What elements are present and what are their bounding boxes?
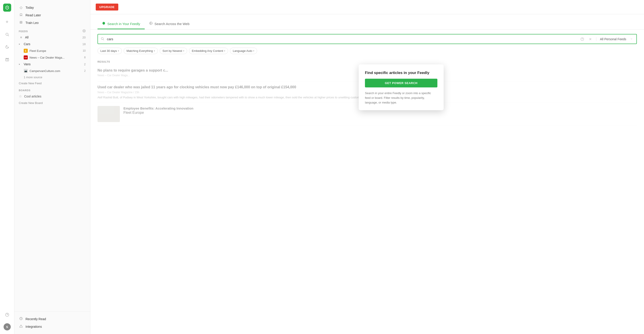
main-content: UPGRADE Search in Your Feedly Search Acr… [90,0,644,334]
sidebar-item-today-label: Today [26,6,34,10]
filter-sort-chevron: ▾ [183,50,184,52]
sidebar-item-vans[interactable]: ▾ Vans 2 [14,61,90,68]
sidebar-item-fleet-europe[interactable]: E Fleet Europe 10 [14,48,90,54]
help-icon[interactable] [3,311,11,319]
svg-point-12 [101,37,103,39]
tab-search-across-web-label: Search Across the Web [154,22,190,26]
sidebar-item-news-car-dealer[interactable]: CD News – Car Dealer Maga... 8 [14,54,90,61]
all-feeds-icon: ≡ [19,36,23,39]
fleet-europe-label: Fleet Europe [30,49,81,52]
svg-line-13 [103,39,104,40]
feeds-dropdown-label: All Personal Feeds [600,37,626,41]
news-car-dealer-favicon: CD [24,56,28,60]
news-car-dealer-count: 8 [84,56,86,59]
feeds-label: FEEDS [19,30,28,33]
app-logo[interactable] [3,4,11,12]
cool-articles-label: Cool articles [24,94,41,98]
power-search-popup: Find specific articles in your Feedly GE… [359,64,444,110]
filter-date-label: Last 30 days [100,49,117,52]
sidebar-item-integrations[interactable]: Integrations [14,323,90,330]
filter-sort[interactable]: Sort by Newest ▾ [160,48,187,54]
feeds-dropdown[interactable]: All Personal Feeds [596,37,636,41]
cars-collapse-arrow: ▾ [19,43,22,46]
campervan-label: CampervanCulture.com [30,69,82,73]
sidebar-item-read-later[interactable]: Read Later [14,12,90,19]
user-avatar[interactable]: S [4,323,11,330]
svg-point-0 [6,33,8,36]
filter-language-chevron: ▾ [253,50,254,52]
recently-read-label: Recently Read [26,317,46,321]
gift-icon[interactable] [3,56,11,64]
vans-collapse-arrow: ▾ [19,63,22,66]
get-power-search-button[interactable]: GET POWER SEARCH [365,79,438,88]
more-sources[interactable]: 1 more source [14,74,90,80]
tab-search-across-web[interactable]: Search Across the Web [145,19,194,29]
sidebar-item-all[interactable]: ≡ All 20 [14,34,90,41]
integrations-icon [19,324,23,329]
left-sidebar: ◇ Today Read Later Train Leo FEEDS ≡ All… [14,0,90,334]
svg-line-1 [8,35,9,36]
svg-point-10 [84,30,84,31]
filter-language[interactable]: Language Auto ▾ [230,48,257,54]
today-icon: ◇ [19,5,23,10]
cars-feed-count: 18 [82,42,86,46]
popup-description: Search in your entire Feedly or zoom int… [365,91,438,105]
sidebar-item-cool-articles[interactable]: ☆ Cool articles [14,92,90,100]
search-nav-icon[interactable] [3,30,11,38]
boards-section-header: BOARDS [14,86,90,92]
cars-feed-label: Cars [24,42,81,46]
upgrade-button[interactable]: UPGRADE [96,4,118,10]
search-help-icon[interactable] [579,36,586,42]
create-new-feed[interactable]: Create New Feed [14,80,90,86]
article-2-source: News – Car Dealer Magazine [98,91,132,94]
search-clear-icon[interactable] [587,36,594,42]
article-2-time: / 15h [133,91,139,94]
boards-label: BOARDS [19,89,30,92]
news-car-dealer-label: News – Car Dealer Maga... [30,56,82,59]
filter-embedding-chevron: ▾ [224,50,225,52]
results-area: RESULTS No plans to require garages a su… [90,58,644,334]
sidebar-item-today[interactable]: ◇ Today [14,4,90,12]
filter-date[interactable]: Last 30 days ▾ [98,48,122,54]
filter-match-chevron: ▾ [154,50,155,52]
all-feeds-label: All [25,36,81,39]
all-feeds-count: 20 [82,36,86,39]
sidebar-item-read-later-label: Read Later [26,14,41,17]
feeds-gear-icon[interactable] [82,29,86,33]
search-area: All Personal Feeds [90,30,644,48]
filter-bar: Last 30 days ▾ Matching Everything ▾ Sor… [90,48,644,58]
filter-date-chevron: ▾ [118,50,119,52]
filter-match[interactable]: Matching Everything ▾ [124,48,158,54]
add-icon[interactable]: + [3,18,11,26]
sidebar-item-cars[interactable]: ▾ Cars 18 [14,41,90,48]
sidebar-item-campervan[interactable]: 📷 CampervanCulture.com 2 [14,68,90,74]
results-label: RESULTS [98,58,637,65]
star-icon: ☆ [19,94,22,98]
bottom-nav: Recently Read Integrations [14,312,90,330]
campervan-count: 2 [84,69,86,72]
web-tab-icon [149,22,153,26]
top-bar: UPGRADE [90,0,644,14]
bookmark-icon [19,13,23,17]
feeds-section-header: FEEDS [14,26,90,34]
vans-feed-label: Vans [24,62,82,66]
integrations-label: Integrations [26,325,42,328]
search-actions [576,36,596,42]
sidebar-item-recently-read[interactable]: Recently Read [14,315,90,323]
search-input[interactable] [107,34,576,44]
icon-sidebar: + S [0,0,14,334]
sidebar-item-train-leo[interactable]: Train Leo [14,19,90,26]
article-3-meta: Fleet Europe [124,111,637,115]
feedly-tab-icon [102,22,106,26]
recently-read-icon [19,317,23,321]
filter-sort-label: Sort by Newest [162,49,182,52]
search-tabs: Search in Your Feedly Search Across the … [90,14,644,30]
fleet-europe-favicon: E [24,49,28,53]
moon-icon[interactable] [3,43,11,51]
tab-search-in-feedly[interactable]: Search in Your Feedly [98,19,145,29]
feeds-dropdown-chevron [630,37,633,41]
create-new-board[interactable]: Create New Board [14,100,90,106]
search-input-wrapper: All Personal Feeds [98,34,637,44]
filter-embedding[interactable]: Embedding Any Content ▾ [189,48,228,54]
filter-language-label: Language Auto [233,49,252,52]
